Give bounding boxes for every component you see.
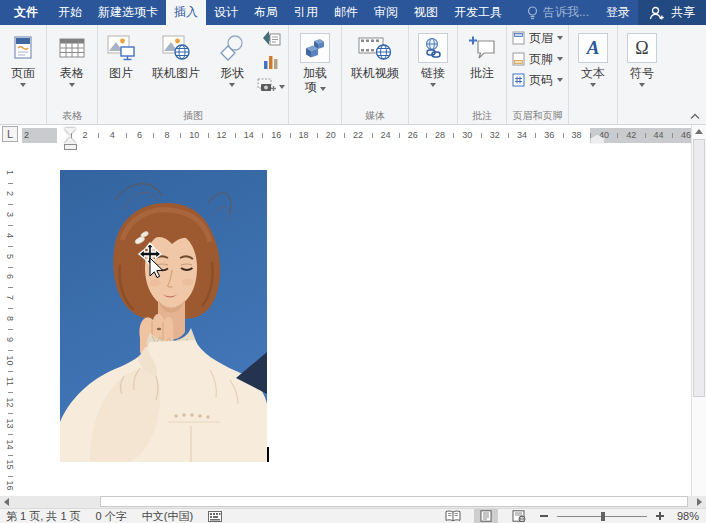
ruler-text-area: 2468101214161820222426283032343638 (57, 128, 590, 143)
ruler-number: 28 (426, 128, 453, 143)
ruler-number: 16 (0, 478, 20, 494)
header-icon (512, 31, 525, 45)
vertical-scroll-thumb[interactable] (693, 139, 705, 397)
tab-review[interactable]: 审阅 (366, 0, 406, 25)
ruler-number: 10 (0, 352, 20, 368)
group-media: 联机视频 媒体 (342, 25, 409, 124)
zoom-in-button[interactable] (656, 512, 664, 520)
link-label: 链接 (421, 66, 445, 80)
tab-home[interactable]: 开始 (50, 0, 90, 25)
ruler-number: 5 (0, 248, 20, 264)
header-button[interactable]: 页眉 (512, 29, 563, 47)
zoom-out-button[interactable] (540, 515, 548, 517)
shapes-button[interactable]: 形状 (209, 26, 255, 87)
tab-new-custom-tab[interactable]: 新建选项卡 (90, 0, 166, 25)
page-number-button[interactable]: 页码 (512, 71, 563, 89)
web-layout-button[interactable] (507, 509, 531, 523)
tab-stop-selector[interactable]: L (2, 126, 18, 142)
zoom-slider-thumb[interactable] (601, 512, 605, 521)
page-indicator[interactable]: 第 1 页, 共 1 页 (6, 509, 81, 523)
online-picture-button[interactable]: 联机图片 (143, 26, 209, 80)
footer-button[interactable]: 页脚 (512, 50, 563, 68)
group-label-pages (1, 109, 45, 124)
document-page[interactable]: 12345678910111213141516 (0, 144, 706, 496)
collapse-ribbon-button[interactable] (690, 113, 700, 120)
ruler-number: 26 (399, 128, 426, 143)
addins-button[interactable]: 加载 项 (290, 26, 340, 94)
ruler-number: 4 (0, 227, 20, 243)
tab-mailings[interactable]: 邮件 (326, 0, 366, 25)
horizontal-scrollbar[interactable] (0, 496, 706, 508)
ruler-numbers: 2468101214161820222426283032343638 (71, 128, 590, 143)
read-mode-icon (445, 510, 461, 522)
tab-insert[interactable]: 插入 (166, 0, 206, 25)
ruler-number: 14 (0, 436, 20, 452)
pages-button[interactable]: 页面 (1, 26, 45, 87)
web-layout-icon (512, 510, 526, 522)
share-button[interactable]: 共享 (638, 0, 706, 25)
picture-icon (106, 34, 136, 62)
group-label-header-footer: 页眉和页脚 (508, 109, 567, 124)
dropdown-arrow-icon (557, 36, 563, 40)
word-count[interactable]: 0 个字 (96, 509, 127, 523)
left-indent-marker[interactable] (64, 144, 77, 150)
input-method-icon[interactable] (208, 511, 222, 522)
group-label-links (410, 109, 456, 124)
tab-layout[interactable]: 布局 (246, 0, 286, 25)
vertical-scrollbar[interactable] (691, 125, 706, 496)
text-button[interactable]: A 文本 (570, 26, 616, 87)
text-iconbox: A (578, 33, 608, 63)
symbol-label: 符号 (630, 66, 654, 80)
ruler-number: 14 (235, 128, 262, 143)
language-indicator[interactable]: 中文(中国) (142, 509, 193, 523)
chart-icon (262, 54, 280, 70)
scroll-left-button[interactable] (0, 496, 13, 508)
tab-design[interactable]: 设计 (206, 0, 246, 25)
text-a-icon: A (587, 41, 600, 55)
group-label-symbols (619, 109, 665, 124)
screenshot-button[interactable] (257, 75, 285, 95)
ruler-number: 6 (126, 128, 153, 143)
zoom-slider[interactable] (557, 516, 647, 517)
share-label: 共享 (671, 4, 695, 21)
addins-label-line2: 项 (305, 80, 317, 94)
picture-button[interactable]: 图片 (99, 26, 143, 80)
dropdown-arrow-icon (557, 57, 563, 61)
document-photo[interactable] (60, 170, 267, 462)
dropdown-arrow-icon (20, 83, 26, 87)
right-arrow-icon (697, 498, 702, 506)
table-button[interactable]: 表格 (48, 26, 96, 87)
text-caret (267, 447, 269, 462)
symbol-button[interactable]: Ω 符号 (619, 26, 665, 87)
horizontal-scroll-thumb[interactable] (100, 496, 688, 507)
scroll-right-button[interactable] (693, 496, 706, 508)
smartart-button[interactable] (257, 29, 285, 49)
first-line-indent-marker[interactable] (64, 128, 76, 135)
comment-label: 批注 (470, 66, 494, 80)
read-mode-button[interactable] (441, 509, 465, 523)
group-comments: 批注 批注 (458, 25, 507, 124)
addins-label-line1: 加载 (303, 66, 327, 80)
print-layout-button[interactable] (474, 509, 498, 523)
link-button[interactable]: 链接 (410, 26, 456, 87)
online-video-button[interactable]: 联机视频 (343, 26, 407, 80)
sign-in-button[interactable]: 登录 (598, 0, 638, 25)
ruler-number: 10 (181, 128, 208, 143)
group-header-footer: 页眉 页脚 (507, 25, 569, 124)
zoom-level[interactable]: 98% (673, 510, 699, 522)
scroll-up-button[interactable] (692, 125, 706, 138)
tab-developer[interactable]: 开发工具 (446, 0, 510, 25)
shapes-label: 形状 (220, 66, 244, 80)
ruler-number: 20 (317, 128, 344, 143)
tab-view[interactable]: 视图 (406, 0, 446, 25)
pages-label: 页面 (11, 66, 35, 80)
tab-references[interactable]: 引用 (286, 0, 326, 25)
dropdown-arrow-icon (279, 85, 285, 89)
horizontal-ruler[interactable]: 2 2468101214161820222426283032343638 404… (22, 128, 691, 143)
hanging-indent-marker[interactable] (64, 137, 76, 144)
vertical-ruler[interactable]: 12345678910111213141516 (2, 158, 18, 494)
tab-file[interactable]: 文件 (2, 0, 50, 25)
chart-button[interactable] (257, 52, 285, 72)
tell-me-box[interactable]: 告诉我... (518, 0, 598, 25)
comment-button[interactable]: 批注 (459, 26, 505, 80)
